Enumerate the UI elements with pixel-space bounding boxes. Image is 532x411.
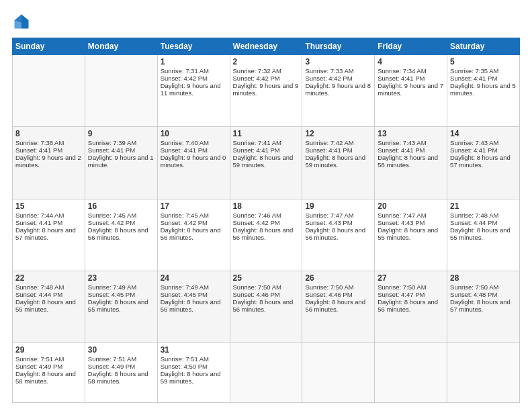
calendar-cell: 30Sunrise: 7:51 AMSunset: 4:49 PMDayligh… bbox=[85, 343, 157, 403]
daylight-text: Daylight: 8 hours and 56 minutes. bbox=[378, 298, 438, 313]
calendar-cell: 31Sunrise: 7:51 AMSunset: 4:50 PMDayligh… bbox=[157, 343, 230, 403]
sunset-text: Sunset: 4:42 PM bbox=[305, 75, 352, 82]
calendar-cell bbox=[85, 55, 157, 127]
sunrise-text: Sunrise: 7:42 AM bbox=[305, 139, 353, 146]
sunrise-text: Sunrise: 7:34 AM bbox=[378, 67, 426, 75]
sunrise-text: Sunrise: 7:38 AM bbox=[15, 139, 64, 146]
sunset-text: Sunset: 4:41 PM bbox=[88, 146, 135, 154]
day-number: 14 bbox=[450, 129, 517, 138]
day-number: 11 bbox=[233, 129, 300, 138]
daylight-text: Daylight: 9 hours and 0 minutes. bbox=[161, 154, 226, 169]
sunset-text: Sunset: 4:41 PM bbox=[161, 146, 208, 154]
day-number: 19 bbox=[305, 201, 371, 211]
col-header-saturday: Saturday bbox=[447, 38, 520, 55]
daylight-text: Daylight: 8 hours and 59 minutes. bbox=[305, 154, 365, 169]
logo-icon bbox=[12, 12, 31, 31]
sunset-text: Sunset: 4:50 PM bbox=[161, 363, 208, 370]
daylight-text: Daylight: 8 hours and 59 minutes. bbox=[161, 370, 221, 385]
sunset-text: Sunset: 4:46 PM bbox=[233, 291, 280, 298]
sunrise-text: Sunrise: 7:39 AM bbox=[88, 139, 136, 146]
sunset-text: Sunset: 4:41 PM bbox=[450, 75, 497, 82]
daylight-text: Daylight: 8 hours and 58 minutes. bbox=[378, 154, 438, 169]
calendar-cell: 11Sunrise: 7:41 AMSunset: 4:41 PMDayligh… bbox=[230, 127, 302, 199]
header bbox=[12, 12, 520, 31]
sunset-text: Sunset: 4:41 PM bbox=[450, 146, 497, 154]
sunrise-text: Sunrise: 7:48 AM bbox=[15, 283, 64, 291]
calendar-cell: 28Sunrise: 7:50 AMSunset: 4:48 PMDayligh… bbox=[447, 271, 520, 343]
sunset-text: Sunset: 4:46 PM bbox=[305, 291, 352, 298]
col-header-sunday: Sunday bbox=[13, 38, 85, 55]
daylight-text: Daylight: 8 hours and 56 minutes. bbox=[161, 298, 221, 313]
calendar-cell: 16Sunrise: 7:45 AMSunset: 4:42 PMDayligh… bbox=[85, 199, 157, 271]
day-number: 12 bbox=[305, 129, 371, 138]
day-number: 13 bbox=[378, 129, 444, 138]
day-number: 29 bbox=[15, 345, 82, 355]
daylight-text: Daylight: 8 hours and 58 minutes. bbox=[15, 370, 76, 385]
day-number: 27 bbox=[378, 273, 444, 283]
day-number: 31 bbox=[161, 345, 227, 355]
daylight-text: Daylight: 8 hours and 57 minutes. bbox=[450, 154, 511, 169]
day-number: 3 bbox=[305, 57, 371, 66]
sunrise-text: Sunrise: 7:46 AM bbox=[233, 212, 281, 219]
day-number: 10 bbox=[161, 129, 227, 138]
day-number: 24 bbox=[161, 273, 227, 283]
day-number: 5 bbox=[450, 57, 517, 66]
calendar-cell: 12Sunrise: 7:42 AMSunset: 4:41 PMDayligh… bbox=[302, 127, 375, 199]
sunrise-text: Sunrise: 7:49 AM bbox=[161, 283, 209, 291]
sunrise-text: Sunrise: 7:33 AM bbox=[305, 67, 353, 75]
day-number: 17 bbox=[161, 201, 227, 211]
sunrise-text: Sunrise: 7:47 AM bbox=[305, 212, 353, 219]
sunrise-text: Sunrise: 7:44 AM bbox=[15, 212, 64, 219]
calendar-cell bbox=[375, 343, 447, 403]
calendar-cell: 5Sunrise: 7:35 AMSunset: 4:41 PMDaylight… bbox=[447, 55, 520, 127]
day-number: 18 bbox=[233, 201, 300, 211]
calendar-cell: 4Sunrise: 7:34 AMSunset: 4:41 PMDaylight… bbox=[375, 55, 447, 127]
sunrise-text: Sunrise: 7:35 AM bbox=[450, 67, 498, 75]
daylight-text: Daylight: 9 hours and 7 minutes. bbox=[378, 82, 443, 97]
calendar-cell: 15Sunrise: 7:44 AMSunset: 4:41 PMDayligh… bbox=[13, 199, 85, 271]
day-number: 25 bbox=[233, 273, 300, 283]
daylight-text: Daylight: 9 hours and 11 minutes. bbox=[161, 82, 221, 97]
sunrise-text: Sunrise: 7:51 AM bbox=[88, 355, 136, 363]
calendar-cell: 1Sunrise: 7:31 AMSunset: 4:42 PMDaylight… bbox=[157, 55, 230, 127]
daylight-text: Daylight: 9 hours and 1 minute. bbox=[88, 154, 154, 169]
sunrise-text: Sunrise: 7:43 AM bbox=[450, 139, 498, 146]
calendar-cell bbox=[13, 55, 85, 127]
sunrise-text: Sunrise: 7:32 AM bbox=[233, 67, 281, 75]
sunrise-text: Sunrise: 7:49 AM bbox=[88, 283, 136, 291]
daylight-text: Daylight: 9 hours and 5 minutes. bbox=[450, 82, 516, 97]
sunset-text: Sunset: 4:43 PM bbox=[305, 219, 352, 226]
day-number: 28 bbox=[450, 273, 517, 283]
sunrise-text: Sunrise: 7:50 AM bbox=[233, 283, 281, 291]
calendar-cell: 25Sunrise: 7:50 AMSunset: 4:46 PMDayligh… bbox=[230, 271, 302, 343]
daylight-text: Daylight: 8 hours and 55 minutes. bbox=[378, 226, 438, 241]
day-number: 4 bbox=[378, 57, 444, 66]
calendar-cell: 3Sunrise: 7:33 AMSunset: 4:42 PMDaylight… bbox=[302, 55, 375, 127]
day-number: 15 bbox=[15, 201, 82, 211]
sunset-text: Sunset: 4:41 PM bbox=[233, 146, 280, 154]
calendar-cell: 9Sunrise: 7:39 AMSunset: 4:41 PMDaylight… bbox=[85, 127, 157, 199]
col-header-friday: Friday bbox=[375, 38, 447, 55]
sunset-text: Sunset: 4:48 PM bbox=[450, 291, 497, 298]
day-number: 9 bbox=[88, 129, 154, 138]
day-number: 2 bbox=[233, 57, 300, 66]
sunset-text: Sunset: 4:41 PM bbox=[15, 146, 62, 154]
sunset-text: Sunset: 4:49 PM bbox=[88, 363, 135, 370]
daylight-text: Daylight: 8 hours and 56 minutes. bbox=[233, 298, 294, 313]
daylight-text: Daylight: 8 hours and 56 minutes. bbox=[233, 226, 294, 241]
daylight-text: Daylight: 8 hours and 55 minutes. bbox=[88, 298, 148, 313]
page: SundayMondayTuesdayWednesdayThursdayFrid… bbox=[0, 0, 532, 411]
calendar-table: SundayMondayTuesdayWednesdayThursdayFrid… bbox=[12, 38, 520, 403]
sunrise-text: Sunrise: 7:41 AM bbox=[233, 139, 281, 146]
calendar-cell: 22Sunrise: 7:48 AMSunset: 4:44 PMDayligh… bbox=[13, 271, 85, 343]
sunset-text: Sunset: 4:42 PM bbox=[161, 219, 208, 226]
sunset-text: Sunset: 4:44 PM bbox=[450, 219, 497, 226]
calendar-cell bbox=[302, 343, 375, 403]
calendar-cell: 19Sunrise: 7:47 AMSunset: 4:43 PMDayligh… bbox=[302, 199, 375, 271]
calendar-cell: 18Sunrise: 7:46 AMSunset: 4:42 PMDayligh… bbox=[230, 199, 302, 271]
sunset-text: Sunset: 4:43 PM bbox=[378, 219, 425, 226]
calendar-cell: 17Sunrise: 7:45 AMSunset: 4:42 PMDayligh… bbox=[157, 199, 230, 271]
calendar-cell: 10Sunrise: 7:40 AMSunset: 4:41 PMDayligh… bbox=[157, 127, 230, 199]
daylight-text: Daylight: 8 hours and 56 minutes. bbox=[161, 226, 221, 241]
sunset-text: Sunset: 4:41 PM bbox=[15, 219, 62, 226]
